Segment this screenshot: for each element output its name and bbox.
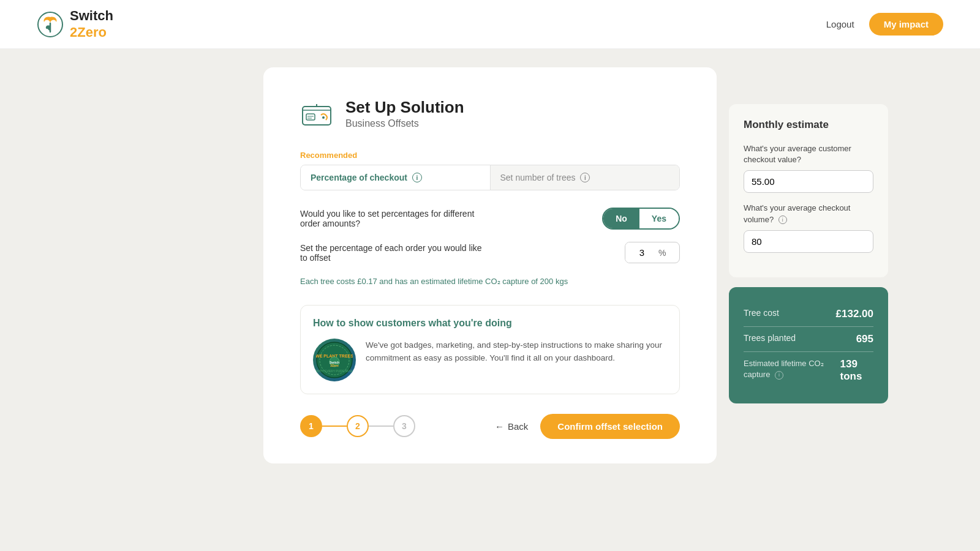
back-label: Back [508,421,528,432]
co2-label: Estimated lifetime CO₂ capture i [744,358,840,380]
tab-number-of-trees[interactable]: Set number of trees i [491,165,680,190]
checkout-value-input-wrap: £ [744,170,873,193]
checkout-value-field: What's your average customer checkout va… [744,143,873,193]
checkout-volume-input[interactable] [744,231,873,252]
step-line-2 [369,425,393,427]
monthly-estimate-card: Monthly estimate What's your average cus… [729,104,888,277]
toggle-no-button[interactable]: No [603,209,639,228]
how-to-body: We've got badges, marketing, and step-by… [366,339,667,365]
how-to-card: How to show customers what you're doing … [300,305,680,394]
step-3: 3 [393,415,415,437]
percentage-unit: % [658,243,672,263]
svg-point-3 [322,116,325,119]
tab-percentage-info-icon[interactable]: i [412,173,422,182]
checkout-value-input[interactable] [744,171,873,192]
checkout-value-label: What's your average customer checkout va… [744,143,873,165]
back-button[interactable]: ← Back [495,421,528,432]
toggle-yes-button[interactable]: Yes [639,209,679,228]
tab-percentage-label: Percentage of checkout [311,173,407,182]
main-card: Set Up Solution Business Offsets Recomme… [263,67,717,463]
step-indicators: 1 2 3 [300,415,415,437]
tab-number-of-trees-label: Set number of trees [500,173,576,182]
logo: Switch 2Zero [37,8,113,40]
step-line-1 [322,425,347,427]
question2-label: Set the percentage of each order you wou… [300,243,484,263]
question2-row: Set the percentage of each order you wou… [300,242,680,263]
tree-cost-value: £132.00 [836,308,873,320]
logo-icon [37,11,64,38]
right-panel: Monthly estimate What's your average cus… [729,104,888,403]
checkout-volume-info-icon[interactable]: i [778,216,787,224]
info-text: Each tree costs £0.17 and has an estimat… [300,276,680,288]
logo-text: Switch 2Zero [70,8,113,40]
toggle-group: No Yes [602,208,680,230]
step-2: 2 [347,415,369,437]
svg-rect-2 [306,114,315,120]
checkout-volume-input-wrap [744,230,873,253]
svg-text:2Zero: 2Zero [330,364,339,367]
checkout-volume-field: What's your average checkout volume? i [744,203,873,252]
checkout-volume-label: What's your average checkout volume? i [744,203,873,225]
monthly-estimate-title: Monthly estimate [744,119,873,131]
confirm-offset-button[interactable]: Confirm offset selection [540,414,680,439]
footer-right: ← Back Confirm offset selection [495,414,680,439]
title-area: Set Up Solution Business Offsets [300,98,680,131]
co2-value: 139 tons [840,358,873,383]
tab-container: Percentage of checkout i Set number of t… [300,165,680,190]
results-card: Tree cost £132.00 Trees planted 695 Esti… [729,287,888,403]
my-impact-button[interactable]: My impact [869,13,943,36]
question1-row: Would you like to set percentages for di… [300,208,680,230]
tree-cost-row: Tree cost £132.00 [744,302,873,326]
co2-info-icon[interactable]: i [775,371,783,380]
setup-icon [300,98,333,131]
svg-text:WITH EVERY PURCHASE: WITH EVERY PURCHASE [316,369,353,373]
logout-button[interactable]: Logout [826,19,854,29]
back-arrow-icon: ← [495,421,504,432]
header: Switch 2Zero Logout My impact [0,0,980,49]
recommended-label: Recommended [300,151,680,160]
tab-percentage[interactable]: Percentage of checkout i [301,165,491,190]
title-texts: Set Up Solution Business Offsets [345,98,464,129]
tab-trees-info-icon[interactable]: i [580,173,590,182]
trees-planted-label: Trees planted [744,333,796,343]
trees-planted-value: 695 [856,333,873,345]
badge-image: WE PLANT TREES Switch 2Zero WITH EVERY P… [313,339,356,381]
how-to-inner: WE PLANT TREES Switch 2Zero WITH EVERY P… [313,339,667,381]
question1-label: Would you like to set percentages for di… [300,209,484,228]
percentage-input-wrap: % [625,242,680,263]
page-subtitle: Business Offsets [345,118,464,129]
header-right: Logout My impact [826,13,943,36]
how-to-title: How to show customers what you're doing [313,318,667,329]
step-1: 1 [300,415,322,437]
page-title: Set Up Solution [345,98,464,117]
tree-cost-label: Tree cost [744,308,779,318]
co2-row: Estimated lifetime CO₂ capture i 139 ton… [744,351,873,389]
steps-footer: 1 2 3 ← Back Confirm offset selection [300,414,680,439]
trees-planted-row: Trees planted 695 [744,326,873,351]
percentage-input[interactable] [625,242,658,263]
